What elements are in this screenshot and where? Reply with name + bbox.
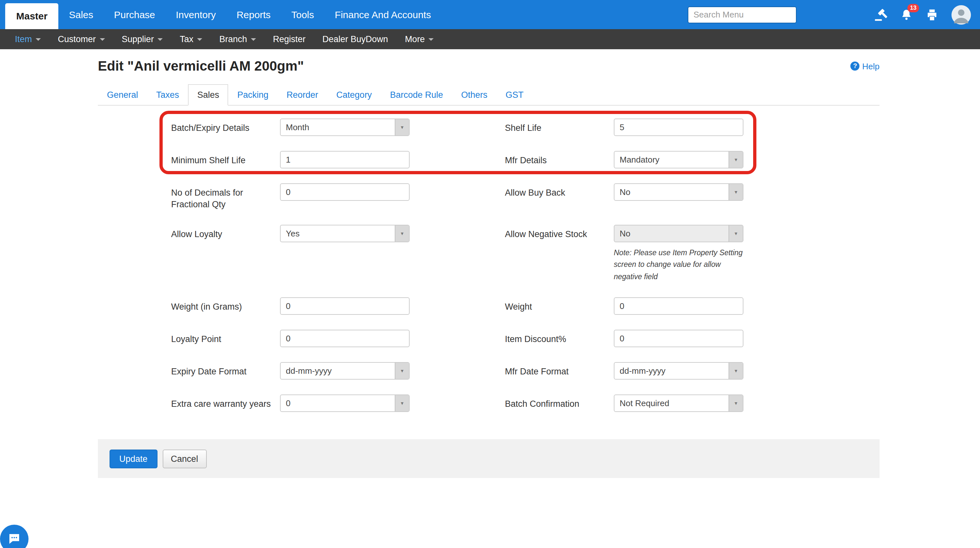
minimum-shelf-life-input[interactable]	[280, 151, 410, 168]
negative-stock-note: Note: Please use Item Property Setting s…	[614, 247, 750, 283]
chevron-down-icon: ▼	[395, 226, 409, 241]
subnav-item-label: Tax	[180, 29, 194, 49]
batch-expiry-details-select[interactable]: Month ▼	[280, 119, 410, 136]
select-value: dd-mm-yyyy	[614, 366, 729, 376]
field-label: Batch/Expiry Details	[171, 119, 280, 134]
decimals-fractional-qty-input[interactable]	[280, 183, 410, 201]
field-label: Expiry Date Format	[171, 362, 280, 378]
form-row: Extra care warranty years 0 ▼ Batch Conf…	[98, 395, 880, 412]
chevron-down-icon: ▼	[729, 396, 743, 411]
search-input[interactable]	[688, 6, 797, 23]
tab-bar: General Taxes Sales Packing Reorder Cate…	[98, 84, 880, 106]
cancel-button[interactable]: Cancel	[162, 450, 207, 468]
item-discount-input[interactable]	[614, 330, 743, 348]
user-avatar[interactable]	[951, 5, 971, 24]
subnav-item-branch[interactable]: Branch	[211, 29, 265, 49]
chevron-down-icon: ▼	[729, 226, 743, 241]
subnav-item-label: Dealer BuyDown	[323, 29, 388, 49]
allow-loyalty-select[interactable]: Yes ▼	[280, 225, 410, 242]
mfr-details-select[interactable]: Mandatory ▼	[614, 151, 743, 168]
expiry-date-format-select[interactable]: dd-mm-yyyy ▼	[280, 362, 410, 380]
field-label: Weight (in Grams)	[171, 298, 280, 313]
form-row: Minimum Shelf Life Mfr Details Mandatory…	[98, 151, 880, 168]
subnav-item-supplier[interactable]: Supplier	[113, 29, 172, 49]
field-label: Loyalty Point	[171, 330, 280, 345]
subnav-item-label: More	[405, 29, 425, 49]
nav-item-master[interactable]: Master	[5, 3, 59, 29]
tab-others[interactable]: Others	[452, 84, 496, 106]
batch-confirmation-select[interactable]: Not Required ▼	[614, 395, 743, 412]
field-label: Shelf Life	[505, 119, 614, 134]
chevron-down-icon	[36, 38, 41, 40]
notification-badge: 13	[907, 3, 919, 12]
chat-fab[interactable]	[0, 525, 29, 548]
chevron-down-icon: ▼	[395, 363, 409, 379]
form-row: Loyalty Point Item Discount%	[98, 330, 880, 348]
field-label: Minimum Shelf Life	[171, 151, 280, 166]
chevron-down-icon: ▼	[729, 363, 743, 379]
nav-item-tools[interactable]: Tools	[281, 0, 325, 29]
chevron-down-icon	[251, 38, 256, 40]
select-value: No	[614, 187, 729, 197]
sub-nav: Item Customer Supplier Tax Branch Regist…	[0, 29, 980, 49]
weight-input[interactable]	[614, 298, 743, 315]
subnav-item-tax[interactable]: Tax	[172, 29, 211, 49]
select-value: Yes	[281, 229, 395, 238]
help-icon: ?	[851, 62, 860, 71]
auction-gavel-icon[interactable]	[874, 8, 887, 21]
tab-gst[interactable]: GST	[496, 84, 533, 106]
form-row: Batch/Expiry Details Month ▼ Shelf Life	[98, 119, 880, 136]
field-label: Mfr Details	[505, 151, 614, 166]
shelf-life-input[interactable]	[614, 119, 743, 136]
page-title: Edit "Anil vermicelli AM 200gm"	[98, 58, 304, 74]
allow-buy-back-select[interactable]: No ▼	[614, 183, 743, 201]
tab-reorder[interactable]: Reorder	[277, 84, 327, 106]
help-label: Help	[862, 61, 880, 71]
chevron-down-icon: ▼	[729, 152, 743, 168]
mfr-date-format-select[interactable]: dd-mm-yyyy ▼	[614, 362, 743, 380]
tab-barcode-rule[interactable]: Barcode Rule	[381, 84, 452, 106]
nav-item-purchase[interactable]: Purchase	[104, 0, 165, 29]
field-label: Weight	[505, 298, 614, 313]
subnav-item-more[interactable]: More	[396, 29, 442, 49]
subnav-item-customer[interactable]: Customer	[49, 29, 113, 49]
sales-tab-form: Batch/Expiry Details Month ▼ Shelf Life …	[98, 106, 880, 412]
field-label: Allow Buy Back	[505, 183, 614, 199]
nav-item-reports[interactable]: Reports	[226, 0, 281, 29]
tab-category[interactable]: Category	[327, 84, 381, 106]
subnav-item-item[interactable]: Item	[6, 29, 49, 49]
top-nav: Master Sales Purchase Inventory Reports …	[0, 0, 980, 29]
tab-sales[interactable]: Sales	[188, 84, 229, 106]
extra-care-warranty-years-select[interactable]: 0 ▼	[280, 395, 410, 412]
loyalty-point-input[interactable]	[280, 330, 410, 348]
subnav-item-register[interactable]: Register	[264, 29, 314, 49]
subnav-item-dealer-buydown[interactable]: Dealer BuyDown	[314, 29, 397, 49]
notifications-bell-icon[interactable]: 13	[900, 8, 913, 21]
chevron-down-icon	[158, 38, 163, 40]
select-value: Not Required	[614, 399, 729, 408]
tab-packing[interactable]: Packing	[228, 84, 277, 106]
tab-general[interactable]: General	[98, 84, 147, 106]
subnav-item-label: Customer	[58, 29, 96, 49]
printer-icon[interactable]	[926, 8, 939, 21]
form-footer: Update Cancel	[98, 440, 880, 478]
nav-item-finance-and-accounts[interactable]: Finance And Accounts	[325, 0, 441, 29]
form-row: Allow Loyalty Yes ▼ Allow Negative Stock…	[98, 225, 880, 283]
field-label: Allow Negative Stock	[505, 225, 614, 240]
chevron-down-icon: ▼	[395, 119, 409, 135]
app-window: Master Sales Purchase Inventory Reports …	[0, 0, 980, 548]
update-button[interactable]: Update	[110, 450, 157, 468]
subnav-item-label: Supplier	[122, 29, 154, 49]
select-value: Month	[281, 122, 395, 132]
help-link[interactable]: ? Help	[851, 61, 880, 71]
tab-taxes[interactable]: Taxes	[147, 84, 188, 106]
nav-item-sales[interactable]: Sales	[59, 0, 104, 29]
form-row: No of Decimals for Fractional Qty Allow …	[98, 183, 880, 210]
weight-in-grams-input[interactable]	[280, 298, 410, 315]
field-label: Allow Loyalty	[171, 225, 280, 240]
main-content: Edit "Anil vermicelli AM 200gm" ? Help G…	[98, 58, 880, 478]
nav-item-inventory[interactable]: Inventory	[165, 0, 226, 29]
select-value: Mandatory	[614, 155, 729, 165]
chevron-down-icon	[429, 38, 434, 40]
form-row: Weight (in Grams) Weight	[98, 298, 880, 315]
